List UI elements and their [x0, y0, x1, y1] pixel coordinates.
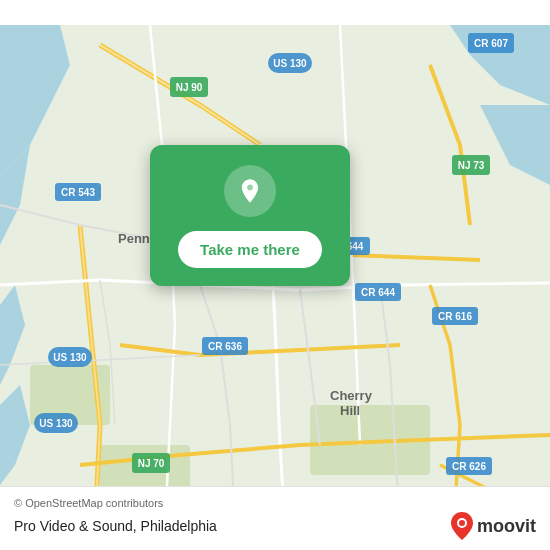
svg-text:CR 626: CR 626: [452, 461, 486, 472]
svg-point-34: [247, 184, 254, 191]
moovit-logo: moovit: [451, 512, 536, 540]
location-info-row: Pro Video & Sound, Philadelphia moovit: [14, 512, 536, 540]
bottom-bar: © OpenStreetMap contributors Pro Video &…: [0, 486, 550, 550]
location-icon-wrapper: [224, 165, 276, 217]
popup-card: Take me there: [150, 145, 350, 286]
attribution: © OpenStreetMap contributors: [14, 497, 536, 509]
moovit-text: moovit: [477, 516, 536, 537]
svg-text:US 130: US 130: [273, 58, 307, 69]
take-me-there-button[interactable]: Take me there: [178, 231, 322, 268]
moovit-pin-icon: [451, 512, 473, 540]
svg-text:Hill: Hill: [340, 403, 360, 418]
svg-text:CR 543: CR 543: [61, 187, 95, 198]
location-name: Pro Video & Sound, Philadelphia: [14, 518, 217, 534]
svg-text:CR 616: CR 616: [438, 311, 472, 322]
svg-text:CR 607: CR 607: [474, 38, 508, 49]
svg-text:NJ 73: NJ 73: [458, 160, 485, 171]
location-pin-icon: [236, 177, 264, 205]
svg-text:CR 636: CR 636: [208, 341, 242, 352]
svg-text:Cherry: Cherry: [330, 388, 373, 403]
svg-point-36: [459, 520, 465, 526]
map-container: CR 607 US 130 NJ 90 CR 543 NJ 73 644 CR …: [0, 0, 550, 550]
svg-text:CR 644: CR 644: [361, 287, 395, 298]
svg-text:US 130: US 130: [39, 418, 73, 429]
svg-text:NJ 70: NJ 70: [138, 458, 165, 469]
svg-text:NJ 90: NJ 90: [176, 82, 203, 93]
svg-text:US 130: US 130: [53, 352, 87, 363]
